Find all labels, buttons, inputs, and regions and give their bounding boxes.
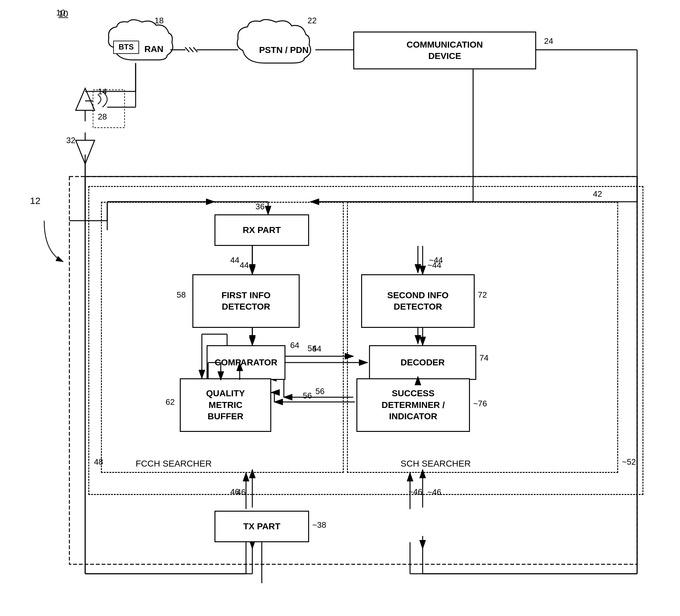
sch-searcher-label: SCH SEARCHER bbox=[401, 459, 471, 469]
ref-62: 62 bbox=[166, 397, 175, 407]
ref-56-label: 56 bbox=[303, 391, 312, 401]
svg-marker-15 bbox=[76, 140, 95, 164]
second-info-detector-box: SECOND INFODETECTOR bbox=[361, 274, 475, 328]
ref-24: 24 bbox=[544, 36, 553, 46]
ref-52: ~52 bbox=[622, 457, 636, 467]
svg-text:PSTN / PDN: PSTN / PDN bbox=[259, 45, 308, 55]
ref-12: 12 bbox=[30, 196, 40, 206]
fcch-searcher-box bbox=[101, 202, 344, 473]
comparator-box: COMPARATOR bbox=[206, 345, 285, 380]
ref-48: 48 bbox=[94, 457, 103, 467]
ref-58: 58 bbox=[177, 290, 186, 300]
ref-38: ~38 bbox=[312, 520, 326, 530]
svg-line-7 bbox=[185, 47, 189, 52]
ref-32: 32 bbox=[66, 136, 75, 145]
tx-part-box: TX PART bbox=[215, 511, 309, 542]
success-determiner-box: SUCCESSDETERMINER /INDICATOR bbox=[357, 378, 470, 432]
ref-18: 18 bbox=[154, 16, 164, 26]
svg-text:BTS: BTS bbox=[119, 42, 134, 51]
ref-46-left: 46 bbox=[230, 487, 239, 497]
svg-text:RAN: RAN bbox=[144, 44, 164, 54]
diagram: BTS RAN PSTN / PDN bbox=[0, 0, 680, 616]
svg-rect-3 bbox=[114, 41, 139, 54]
ref-46-right: ~46 bbox=[408, 487, 422, 497]
svg-marker-13 bbox=[76, 88, 95, 110]
decoder-box: DECODER bbox=[369, 345, 476, 380]
ref-54-label: 54 bbox=[308, 344, 317, 353]
communication-device-box: COMMUNICATIONDEVICE bbox=[353, 32, 536, 69]
ref-64: 64 bbox=[290, 341, 299, 350]
quality-metric-buffer-box: QUALITYMETRICBUFFER bbox=[180, 378, 271, 432]
ref-28: 28 bbox=[98, 112, 107, 122]
first-info-detector-box: FIRST INFODETECTOR bbox=[192, 274, 300, 328]
ref-72: 72 bbox=[478, 290, 487, 300]
fcch-searcher-label: FCCH SEARCHER bbox=[136, 459, 211, 469]
ref-74: 74 bbox=[479, 353, 488, 363]
ref-76: ~76 bbox=[473, 399, 487, 409]
svg-line-8 bbox=[189, 47, 193, 52]
sch-searcher-box bbox=[347, 202, 618, 473]
svg-line-9 bbox=[193, 47, 197, 52]
ref-22: 22 bbox=[308, 16, 317, 26]
ref-14: 14 bbox=[98, 87, 107, 96]
